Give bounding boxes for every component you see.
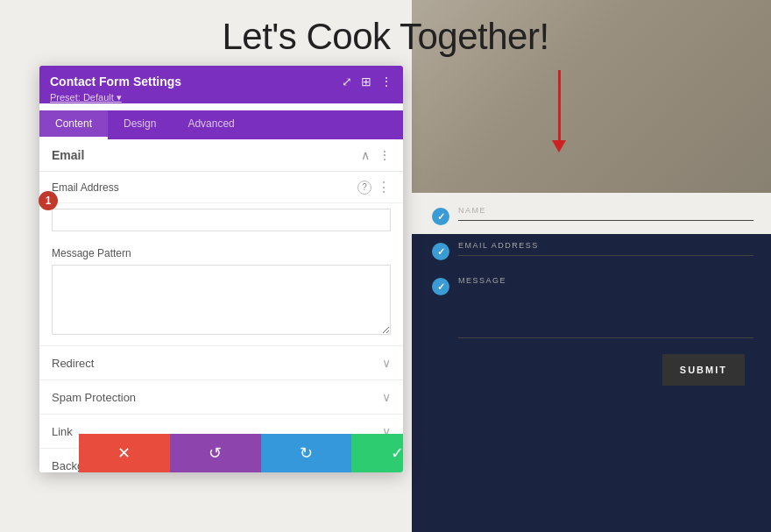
redirect-label: Redirect: [52, 357, 94, 370]
message-field-content: MESSAGE: [458, 276, 753, 338]
message-line: [458, 337, 753, 338]
email-address-more-icon[interactable]: ⋮: [377, 179, 391, 195]
message-pattern-label: Message Pattern: [52, 247, 391, 259]
email-address-input-row: [39, 203, 403, 240]
redo-icon: ↻: [300, 443, 313, 463]
save-icon: ✓: [391, 443, 403, 463]
fullscreen-icon[interactable]: ⤢: [342, 74, 352, 89]
help-icon[interactable]: ?: [357, 181, 371, 195]
email-label: EMAIL ADDRESS: [458, 241, 753, 250]
message-check-icon: [432, 278, 449, 295]
arrow-head: [552, 140, 566, 153]
preset-label[interactable]: Preset: Default ▾: [50, 92, 122, 103]
panel-header: Contact Form Settings ⤢ ⊞ ⋮ Preset: Defa…: [39, 66, 403, 103]
panel-title: Contact Form Settings: [50, 74, 181, 89]
message-label: MESSAGE: [458, 276, 753, 285]
name-field-content: NAME: [458, 206, 753, 221]
cancel-button[interactable]: ✕: [79, 434, 170, 472]
tab-design[interactable]: Design: [108, 110, 172, 139]
settings-panel: Contact Form Settings ⤢ ⊞ ⋮ Preset: Defa…: [39, 66, 403, 472]
undo-icon: ↺: [209, 443, 222, 463]
email-line: [458, 255, 753, 256]
collapse-icon[interactable]: ∧: [361, 148, 370, 162]
arrow-line: [558, 70, 561, 140]
email-address-label: Email Address: [52, 181, 352, 194]
contact-form: NAME EMAIL ADDRESS MESSAGE SUBMIT: [414, 197, 771, 394]
tab-content[interactable]: Content: [39, 110, 108, 139]
panel-body: Email ∧ ⋮ Email Address ? ⋮ Message Patt…: [39, 139, 403, 472]
more-options-icon[interactable]: ⋮: [380, 74, 393, 89]
email-address-input[interactable]: [52, 209, 391, 231]
page-header: Let's Cook Together!: [0, 16, 771, 58]
dock-icon[interactable]: ⊞: [361, 74, 371, 89]
spam-chevron: ∨: [382, 390, 391, 404]
email-address-row: Email Address ? ⋮: [39, 172, 403, 203]
message-pattern-textarea[interactable]: [52, 265, 391, 335]
page-title: Let's Cook Together!: [0, 16, 771, 58]
section-more-icon[interactable]: ⋮: [378, 148, 391, 162]
name-label: NAME: [458, 206, 753, 215]
spam-protection-section[interactable]: Spam Protection ∨: [39, 379, 403, 414]
email-field-content: EMAIL ADDRESS: [458, 241, 753, 256]
panel-tabs: Content Design Advanced: [39, 110, 403, 139]
red-arrow: [552, 70, 566, 153]
panel-scroll[interactable]: Email ∧ ⋮ Email Address ? ⋮ Message Patt…: [39, 139, 403, 472]
panel-icons: ⤢ ⊞ ⋮: [342, 74, 393, 89]
submit-row: SUBMIT: [432, 354, 753, 386]
redo-button[interactable]: ↻: [261, 434, 352, 472]
step-badge: 1: [39, 191, 58, 210]
email-field: EMAIL ADDRESS: [432, 241, 753, 260]
tab-advanced[interactable]: Advanced: [172, 110, 250, 139]
bottom-toolbar: ✕ ↺ ↻ ✓: [79, 434, 403, 472]
undo-button[interactable]: ↺: [170, 434, 261, 472]
spam-protection-label: Spam Protection: [52, 391, 136, 404]
redirect-section[interactable]: Redirect ∨: [39, 345, 403, 379]
panel-header-top: Contact Form Settings ⤢ ⊞ ⋮: [50, 74, 393, 89]
cancel-icon: ✕: [117, 443, 131, 463]
panel-preset: Preset: Default ▾: [50, 92, 393, 103]
email-section-header: Email ∧ ⋮: [39, 139, 403, 172]
name-field: NAME: [432, 206, 753, 225]
name-line: [458, 220, 753, 221]
redirect-chevron: ∨: [382, 356, 391, 370]
email-check-icon: [432, 243, 449, 260]
name-check-icon: [432, 208, 449, 225]
message-pattern-row: Message Pattern: [39, 240, 403, 345]
message-field: MESSAGE: [432, 276, 753, 338]
save-button[interactable]: ✓: [351, 434, 403, 472]
email-section-title: Email: [52, 148, 84, 162]
link-label: Link: [52, 425, 73, 438]
section-header-icons: ∧ ⋮: [361, 148, 391, 162]
submit-button[interactable]: SUBMIT: [662, 354, 745, 386]
